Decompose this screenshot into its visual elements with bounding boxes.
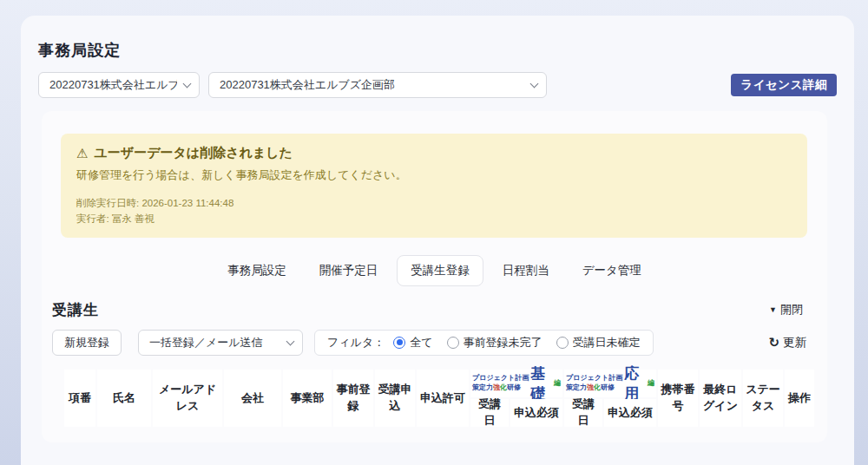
page-title: 事務局設定 — [38, 40, 854, 61]
department-select[interactable]: 20220731株式会社エルブズ企画部 — [208, 72, 547, 98]
col-attendance-application: 受講申込 — [375, 370, 415, 427]
filter-option-label: 受講日未確定 — [573, 335, 641, 350]
department-select-value: 20220731株式会社エルブズ企画部 — [220, 77, 524, 93]
bulk-register-select-value: 一括登録／メール送信 — [149, 335, 280, 350]
students-section-title: 受講生 — [52, 300, 99, 320]
students-section-header: 受講生 ▼ 開閉 — [52, 300, 803, 320]
course-edition-suffix: 編 — [554, 378, 561, 388]
filter-group: フィルタ： 全て事前登録未完了受講日未確定 — [314, 330, 654, 356]
students-table-header: 項番氏名メールアドレス会社事業部事前登録受講申込申込許可プロジェクト計画策定力強… — [64, 370, 827, 427]
col-email: メールアドレス — [153, 370, 222, 427]
col-basic-application-required: 申込必須 — [510, 399, 562, 427]
collapse-toggle[interactable]: ▼ 開閉 — [769, 302, 803, 318]
filter-attendance-date-unconfirmed[interactable]: 受講日未確定 — [556, 335, 641, 350]
content-card: ⚠ ユーザーデータは削除されました 研修管理を行う場合は、新しく事務局設定を作成… — [42, 111, 827, 442]
tab-bar: 事務局設定開催予定日受講生登録日程割当データ管理 — [42, 255, 827, 286]
col-company: 会社 — [224, 370, 281, 427]
radio-selected-icon — [393, 337, 405, 349]
chevron-down-icon — [530, 80, 539, 88]
col-advanced-application-required: 申込必須 — [604, 399, 656, 427]
tab-office-settings[interactable]: 事務局設定 — [214, 255, 300, 286]
alert-executor: 実行者: 冨永 善視 — [76, 212, 788, 227]
col-mobile-number: 携帯番号 — [658, 370, 698, 427]
tab-schedule-assignment[interactable]: 日程割当 — [489, 255, 563, 286]
collapse-toggle-label: 開閉 — [780, 302, 803, 318]
organization-select-value: 20220731株式会社エルブ — [49, 77, 177, 93]
col-group-course-basic: プロジェクト計画策定力強化研修基礎編受講日申込必須 — [470, 370, 562, 427]
col-status: ステータス — [743, 370, 783, 427]
col-name: 氏名 — [97, 370, 151, 427]
col-group-course-basic-title: プロジェクト計画策定力強化研修基礎編 — [470, 370, 562, 397]
col-basic-attendance-date: 受講日 — [470, 399, 509, 427]
filter-pre-registration-incomplete[interactable]: 事前登録未完了 — [447, 335, 542, 350]
filter-option-label: 全て — [410, 335, 432, 350]
students-toolbar: 新規登録 一括登録／メール送信 フィルタ： 全て事前登録未完了受講日未確定 ↻ … — [52, 330, 806, 356]
user-data-deleted-alert: ⚠ ユーザーデータは削除されました 研修管理を行う場合は、新しく事務局設定を作成… — [61, 134, 807, 238]
col-item-number: 項番 — [64, 370, 95, 427]
chevron-down-icon — [286, 337, 295, 345]
triangle-down-icon: ▼ — [769, 305, 777, 314]
col-group-course-advanced: プロジェクト計画策定力強化研修応用編受講日申込必須 — [564, 370, 656, 427]
refresh-icon: ↻ — [768, 335, 779, 350]
refresh-label: 更新 — [783, 335, 806, 350]
filter-option-label: 事前登録未完了 — [464, 335, 542, 350]
col-actions: 操作 — [785, 370, 814, 427]
col-group-course-advanced-title: プロジェクト計画策定力強化研修応用編 — [564, 370, 656, 397]
course-edition-suffix: 編 — [648, 378, 654, 388]
radio-unselected-icon — [447, 337, 459, 349]
tab-data-management[interactable]: データ管理 — [569, 255, 655, 286]
col-application-approval: 申込許可 — [417, 370, 469, 427]
course-name-small-text: プロジェクト計画策定力強化研修 — [566, 374, 622, 392]
filter-label: フィルタ： — [327, 335, 385, 350]
main-panel: 事務局設定 20220731株式会社エルブ 20220731株式会社エルブズ企画… — [21, 16, 854, 465]
new-registration-button[interactable]: 新規登録 — [52, 330, 122, 356]
header-controls-row: 20220731株式会社エルブ 20220731株式会社エルブズ企画部 ライセン… — [38, 72, 837, 98]
chevron-down-icon — [183, 80, 192, 88]
alert-deleted-at: 削除実行日時: 2026-01-23 11:44:48 — [76, 196, 788, 212]
warning-icon: ⚠ — [76, 146, 88, 161]
tab-student-registration[interactable]: 受講生登録 — [397, 255, 483, 286]
alert-meta: 削除実行日時: 2026-01-23 11:44:48 実行者: 冨永 善視 — [76, 196, 788, 227]
alert-body: 研修管理を行う場合は、新しく事務局設定を作成してください。 — [76, 167, 788, 183]
refresh-button[interactable]: ↻ 更新 — [768, 335, 806, 350]
organization-select[interactable]: 20220731株式会社エルブ — [38, 72, 200, 98]
course-edition-big-text: 基礎 — [530, 363, 553, 403]
filter-options: 全て事前登録未完了受講日未確定 — [393, 335, 640, 350]
col-advanced-attendance-date: 受講日 — [564, 399, 602, 427]
bulk-register-select[interactable]: 一括登録／メール送信 — [138, 330, 303, 356]
alert-title-row: ⚠ ユーザーデータは削除されました — [76, 145, 788, 161]
tab-scheduled-dates[interactable]: 開催予定日 — [306, 255, 392, 286]
radio-unselected-icon — [556, 337, 569, 349]
col-division: 事業部 — [283, 370, 332, 427]
col-last-login: 最終ログイン — [700, 370, 741, 427]
license-details-button[interactable]: ライセンス詳細 — [731, 74, 837, 96]
course-name-small-text: プロジェクト計画策定力強化研修 — [472, 374, 529, 392]
col-pre-registration: 事前登録 — [333, 370, 373, 427]
alert-title: ユーザーデータは削除されました — [94, 145, 293, 161]
filter-all[interactable]: 全て — [393, 335, 432, 350]
course-edition-big-text: 応用 — [624, 363, 647, 403]
